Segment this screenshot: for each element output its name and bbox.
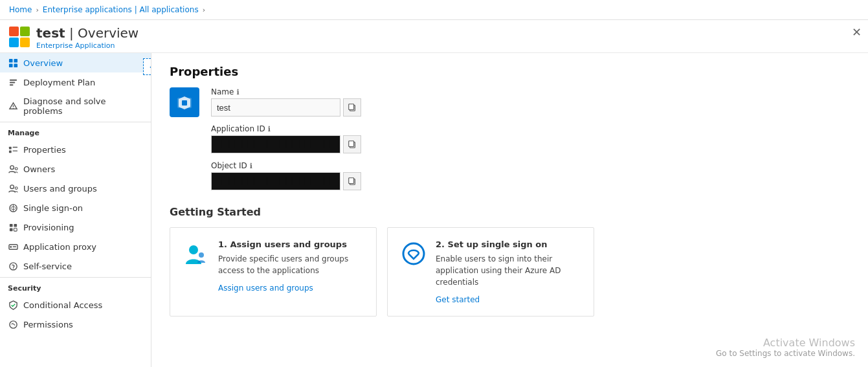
app-id-copy-button[interactable]: [343, 135, 361, 153]
object-id-label: Object ID ℹ: [211, 161, 850, 170]
main-content: Properties Name ℹ: [151, 53, 868, 367]
sidebar-label-overview: Overview: [23, 58, 63, 68]
object-id-input-row: [211, 172, 850, 190]
sidebar-item-conditional-access[interactable]: Conditional Access: [0, 295, 151, 315]
sidebar-item-overview[interactable]: Overview: [0, 53, 151, 72]
app-name: test: [36, 25, 65, 41]
svg-point-13: [10, 165, 14, 169]
sidebar-label-sso: Single sign-on: [23, 203, 83, 213]
svg-point-16: [15, 186, 17, 189]
object-id-info-icon[interactable]: ℹ: [250, 162, 252, 170]
sidebar-item-users-groups[interactable]: Users and groups: [0, 179, 151, 198]
svg-point-8: [12, 107, 13, 108]
svg-rect-25: [12, 246, 16, 247]
conditional-access-icon: [8, 300, 18, 310]
sidebar-item-properties[interactable]: Properties: [0, 140, 151, 159]
logo-bl: [9, 38, 19, 47]
page-header: test | Overview Enterprise Application ✕: [0, 20, 868, 53]
name-input-row: [211, 98, 850, 117]
app-id-info-icon[interactable]: ℹ: [268, 125, 271, 133]
owners-icon: [8, 164, 18, 174]
breadcrumb-home[interactable]: Home: [9, 5, 32, 14]
app-tile-icon: [170, 87, 199, 117]
svg-rect-34: [349, 141, 354, 147]
provisioning-icon: [8, 222, 18, 232]
object-id-input[interactable]: [211, 172, 340, 190]
sidebar-label-users-groups: Users and groups: [23, 184, 97, 194]
card-1-link[interactable]: Assign users and groups: [218, 284, 313, 293]
sidebar-item-provisioning[interactable]: Provisioning: [0, 217, 151, 237]
sidebar-label-owners: Owners: [23, 164, 55, 174]
svg-rect-30: [182, 100, 187, 106]
svg-point-38: [199, 252, 204, 258]
name-field-group: Name ℹ: [211, 87, 850, 117]
svg-rect-10: [12, 146, 17, 147]
sidebar-label-properties: Properties: [23, 145, 66, 155]
sidebar-item-deployment-plan[interactable]: Deployment Plan: [0, 72, 151, 92]
svg-rect-20: [14, 223, 17, 227]
svg-rect-11: [8, 150, 11, 153]
app-id-input[interactable]: [211, 135, 340, 153]
sidebar-item-owners[interactable]: Owners: [0, 159, 151, 179]
breadcrumb-bar: Home › Enterprise applications | All app…: [0, 0, 868, 20]
svg-rect-32: [349, 104, 354, 110]
sidebar-item-diagnose[interactable]: Diagnose and solve problems: [0, 92, 151, 120]
app-id-field-group: Application ID ℹ: [211, 124, 850, 153]
sidebar-item-self-service[interactable]: Self-service: [0, 256, 151, 276]
sidebar-item-application-proxy[interactable]: Application proxy: [0, 237, 151, 256]
users-groups-icon: [8, 183, 18, 194]
sso-icon: [8, 203, 18, 213]
svg-rect-6: [9, 84, 13, 85]
title-suffix: | Overview: [69, 25, 139, 41]
svg-point-37: [189, 245, 198, 254]
svg-rect-22: [14, 228, 17, 231]
sidebar-label-self-service: Self-service: [23, 261, 72, 271]
svg-point-28: [9, 320, 16, 328]
logo-tl: [9, 27, 19, 36]
properties-section: Properties Name ℹ: [170, 65, 850, 190]
svg-rect-36: [349, 178, 354, 184]
header-subtitle: Enterprise Application: [36, 41, 859, 50]
name-copy-button[interactable]: [343, 98, 361, 117]
sidebar-label-deployment-plan: Deployment Plan: [23, 78, 95, 87]
card-2-title: 2. Set up single sign on: [436, 239, 581, 249]
svg-point-27: [12, 268, 13, 269]
close-button[interactable]: ✕: [852, 25, 862, 39]
card-2-body: 2. Set up single sign on Enable users to…: [436, 239, 581, 304]
sidebar-collapse-button[interactable]: «: [143, 58, 151, 75]
page-title: test | Overview: [36, 25, 859, 41]
svg-rect-1: [14, 58, 17, 62]
cards-row: 1. Assign users and groups Provide speci…: [170, 227, 850, 317]
svg-point-14: [15, 167, 17, 170]
diagnose-icon: [8, 101, 18, 111]
name-info-icon[interactable]: ℹ: [236, 88, 239, 96]
prop-fields: Name ℹ Application ID: [211, 87, 850, 190]
svg-point-39: [403, 243, 424, 264]
sidebar-label-diagnose: Diagnose and solve problems: [23, 96, 143, 116]
object-id-copy-button[interactable]: [343, 172, 361, 190]
card-2-link[interactable]: Get started: [436, 295, 480, 304]
svg-rect-19: [9, 223, 12, 227]
main-layout: « Overview Deployment Plan Diagnose and …: [0, 53, 868, 367]
svg-point-24: [10, 246, 12, 248]
deployment-icon: [8, 77, 18, 87]
properties-icon: [8, 144, 18, 155]
sidebar-item-permissions[interactable]: Permissions: [0, 315, 151, 334]
name-label: Name ℹ: [211, 87, 850, 96]
svg-rect-0: [8, 58, 12, 62]
properties-title: Properties: [170, 65, 850, 78]
breadcrumb-enterprise-apps[interactable]: Enterprise applications | All applicatio…: [43, 5, 199, 14]
properties-row: Name ℹ Application ID: [170, 87, 850, 190]
sidebar-item-single-sign-on[interactable]: Single sign-on: [0, 198, 151, 217]
sidebar-section-manage: Manage: [0, 122, 151, 140]
card-assign-users: 1. Assign users and groups Provide speci…: [170, 227, 377, 317]
self-service-icon: [8, 261, 18, 271]
breadcrumb-sep1: ›: [36, 6, 38, 14]
app-logo: [9, 27, 30, 47]
app-id-label: Application ID ℹ: [211, 124, 850, 133]
name-input[interactable]: [211, 98, 340, 117]
svg-rect-9: [8, 146, 11, 149]
object-id-field-group: Object ID ℹ: [211, 161, 850, 190]
card-1-icon: [183, 242, 209, 265]
sidebar-label-permissions: Permissions: [23, 320, 73, 329]
